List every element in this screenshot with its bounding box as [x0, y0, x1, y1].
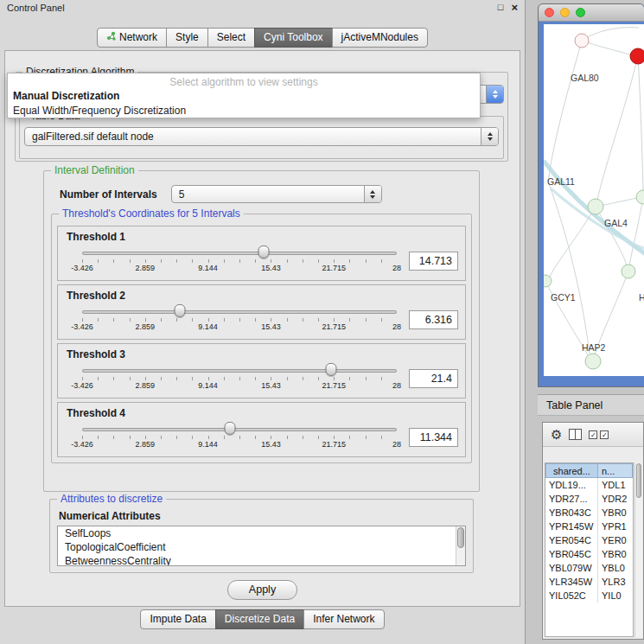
close-window-icon[interactable]: ×	[511, 3, 518, 12]
scrollbar-thumb[interactable]	[457, 527, 464, 548]
cell-name[interactable]: YBR0	[598, 506, 633, 520]
table-data-combobox-arrows-icon[interactable]	[481, 128, 498, 145]
apply-button[interactable]: Apply	[227, 580, 297, 600]
cell-shared-name[interactable]: YDR27...	[545, 492, 598, 506]
algorithm-dropdown-prompt: Select algorithm to view settings	[8, 76, 480, 88]
table-row[interactable]: YER054C YER0	[545, 533, 633, 547]
network-node-hap2[interactable]	[585, 354, 601, 369]
cell-name[interactable]: YER0	[598, 533, 633, 547]
scrollbar-thumb[interactable]	[636, 463, 641, 498]
table-data-group: Table Data galFiltered.sif default node	[19, 116, 504, 159]
numerical-attributes-list[interactable]: SelfLoops TopologicalCoefficient Between…	[57, 526, 466, 566]
cell-name[interactable]: YBL0	[598, 561, 633, 575]
threshold-3-slider[interactable]: -3.426 2.859 9.144 15.43 21.715 28	[82, 362, 397, 394]
arrow-down-icon	[370, 195, 375, 199]
table-row[interactable]: YPR145W YPR1	[545, 520, 633, 533]
cell-name[interactable]: YBR0	[598, 547, 633, 561]
number-of-intervals-arrows-icon[interactable]	[364, 186, 381, 202]
cell-shared-name[interactable]: YIL052C	[545, 589, 598, 603]
column-header-shared-name[interactable]: shared...	[545, 463, 598, 478]
network-graph: GAL80 GAL11 GAL4 GCY1 H HAP2	[544, 24, 644, 376]
cell-name[interactable]: YPR1	[598, 520, 633, 533]
mac-close-button[interactable]	[545, 8, 554, 17]
cell-shared-name[interactable]: YBR043C	[545, 506, 598, 520]
tab-impute-data[interactable]: Impute Data	[140, 609, 215, 629]
table-scrollbar[interactable]	[634, 462, 642, 637]
slider-thumb[interactable]	[258, 245, 270, 258]
list-item[interactable]: BetweennessCentrality	[58, 554, 465, 566]
cell-shared-name[interactable]: YPR145W	[545, 520, 598, 533]
slider-tick-labels: -3.426 2.859 9.144 15.43 21.715 28	[82, 264, 397, 274]
table-data-combobox-value: galFiltered.sif default node	[25, 131, 481, 143]
tab-discretize-data[interactable]: Discretize Data	[215, 609, 304, 629]
tick-label: 21.715	[322, 322, 346, 331]
cell-shared-name[interactable]: YDL19...	[545, 478, 598, 492]
tick-label: 2.859	[136, 440, 156, 449]
threshold-2-value-field[interactable]: 6.316	[409, 310, 458, 329]
threshold-1-slider[interactable]: -3.426 2.859 9.144 15.43 21.715 28	[82, 245, 397, 277]
threshold-3-value-field[interactable]: 21.4	[409, 369, 458, 388]
table-row[interactable]: YBR043C YBR0	[545, 506, 633, 520]
tick-label: 21.715	[322, 381, 346, 390]
tab-infer-network[interactable]: Infer Network	[303, 609, 384, 629]
network-node[interactable]	[636, 190, 644, 204]
column-selector-icon[interactable]	[569, 429, 582, 440]
algorithm-option-manual-discretization[interactable]: Manual Discretization	[8, 88, 480, 103]
threshold-2-slider[interactable]: -3.426 2.859 9.144 15.43 21.715 28	[82, 303, 397, 335]
tab-cyni-toolbox[interactable]: Cyni Toolbox	[254, 28, 332, 48]
deselect-all-checkbox-icon[interactable]: ✓	[600, 430, 609, 439]
network-canvas[interactable]: GAL80 GAL11 GAL4 GCY1 H HAP2	[544, 24, 644, 376]
cell-shared-name[interactable]: YBR045C	[545, 547, 598, 561]
table-row[interactable]: YDL19... YDL1	[545, 478, 633, 492]
cell-name[interactable]: YDR2	[598, 492, 633, 506]
threshold-1-value-field[interactable]: 14.713	[409, 252, 458, 271]
slider-track[interactable]	[82, 310, 397, 314]
tab-select[interactable]: Select	[207, 28, 255, 48]
list-item[interactable]: TopologicalCoefficient	[58, 540, 465, 554]
cell-name[interactable]: YDL1	[598, 478, 633, 492]
slider-track[interactable]	[82, 252, 397, 255]
algorithm-option-equal-width-frequency[interactable]: Equal Width/Frequency Discretization	[8, 103, 480, 118]
cell-shared-name[interactable]: YBL079W	[545, 561, 598, 575]
cell-name[interactable]: YIL0	[598, 589, 633, 603]
network-node-gal4[interactable]	[588, 199, 603, 214]
network-node-gal80[interactable]	[575, 34, 589, 48]
window-title: Control Panel	[7, 3, 65, 13]
threshold-3-label: Threshold 3	[67, 348, 458, 360]
mac-minimize-button[interactable]	[560, 8, 570, 17]
table-row[interactable]: YBR045C YBR0	[545, 547, 633, 561]
slider-thumb[interactable]	[174, 304, 185, 317]
number-of-intervals-combobox[interactable]: 5	[171, 185, 382, 203]
slider-thumb[interactable]	[225, 422, 236, 435]
table-data-combobox[interactable]: galFiltered.sif default node	[24, 127, 499, 146]
table-row[interactable]: YDR27... YDR2	[545, 492, 633, 506]
threshold-4-value-field[interactable]: 11.344	[409, 428, 458, 447]
tick-label: 28	[392, 381, 401, 390]
network-node-red-selected[interactable]	[630, 48, 644, 64]
slider-track[interactable]	[82, 428, 397, 431]
table-row[interactable]: YBL079W YBL0	[545, 561, 633, 575]
network-node-gcy1[interactable]	[544, 275, 552, 287]
float-window-icon[interactable]: □	[498, 3, 504, 12]
arrow-up-icon	[370, 190, 375, 194]
attributes-list-scrollbar[interactable]	[456, 526, 465, 565]
table-row[interactable]: YLR345W YLR3	[545, 575, 633, 589]
threshold-4-slider[interactable]: -3.426 2.859 9.144 15.43 21.715 28	[82, 421, 397, 453]
mac-zoom-button[interactable]	[576, 8, 585, 17]
cell-shared-name[interactable]: YLR345W	[545, 575, 598, 589]
network-node[interactable]	[622, 265, 635, 278]
algorithm-combobox-arrows-icon[interactable]	[486, 86, 503, 103]
cell-shared-name[interactable]: YER054C	[545, 533, 598, 547]
slider-thumb[interactable]	[325, 363, 336, 376]
cell-name[interactable]: YLR3	[598, 575, 633, 589]
gear-icon[interactable]: ⚙	[551, 428, 562, 441]
tab-style[interactable]: Style	[166, 28, 208, 48]
tab-network[interactable]: Network	[97, 28, 167, 48]
table-row[interactable]: YIL052C YIL0	[545, 589, 633, 603]
slider-ticks	[82, 318, 397, 322]
slider-track[interactable]	[82, 369, 397, 373]
select-all-checkbox-icon[interactable]: ✓	[589, 430, 597, 439]
list-item[interactable]: SelfLoops	[58, 526, 465, 540]
column-header-name[interactable]: n...	[598, 463, 633, 478]
tab-jactivemnodules[interactable]: jActiveMNodules	[332, 28, 428, 48]
